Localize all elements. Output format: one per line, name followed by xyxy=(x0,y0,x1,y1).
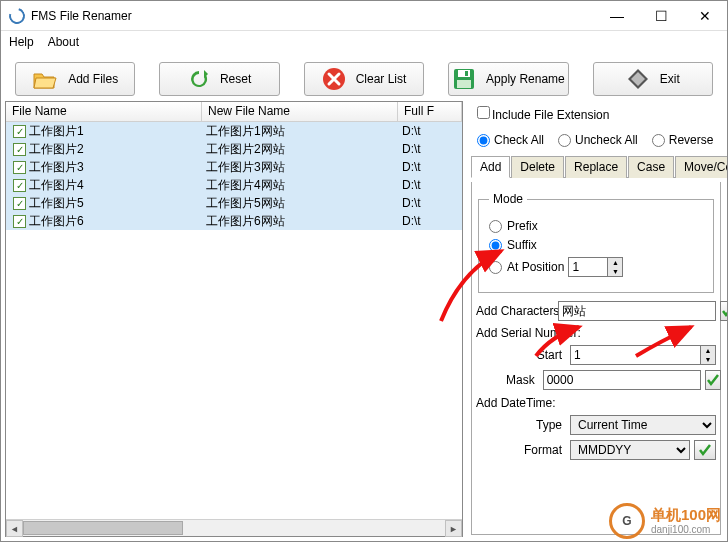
table-row[interactable]: 工作图片5工作图片5网站D:\t xyxy=(6,194,462,212)
folder-open-icon xyxy=(32,68,58,90)
exit-label: Exit xyxy=(660,72,680,86)
svg-rect-2 xyxy=(458,70,470,77)
spin-up[interactable]: ▲ xyxy=(608,258,622,267)
svg-rect-4 xyxy=(457,80,471,88)
cell-old: 工作图片4 xyxy=(29,178,84,192)
include-extension-label: Include File Extension xyxy=(492,108,609,122)
spin-down[interactable]: ▼ xyxy=(608,267,622,276)
scroll-thumb[interactable] xyxy=(23,521,183,535)
header-filename[interactable]: File Name xyxy=(6,102,202,121)
minimize-button[interactable]: — xyxy=(595,1,639,30)
tab-add[interactable]: Add xyxy=(471,156,510,178)
maximize-button[interactable]: ☐ xyxy=(639,1,683,30)
add-chars-label: Add Characters: xyxy=(476,304,554,318)
table-row[interactable]: 工作图片1工作图片1网站D:\t xyxy=(6,122,462,140)
close-button[interactable]: ✕ xyxy=(683,1,727,30)
cell-path: D:\t xyxy=(398,214,462,228)
add-serial-label: Add Serial Number: xyxy=(476,326,581,340)
serial-apply-button[interactable] xyxy=(705,370,721,390)
menu-help[interactable]: Help xyxy=(9,35,34,49)
row-checkbox[interactable] xyxy=(13,179,26,192)
clear-list-button[interactable]: Clear List xyxy=(304,62,424,96)
mask-input[interactable] xyxy=(543,370,701,390)
tab-movecopy[interactable]: Move/Copy xyxy=(675,156,728,178)
add-files-button[interactable]: Add Files xyxy=(15,62,135,96)
list-header: File Name New File Name Full F xyxy=(6,102,462,122)
table-row[interactable]: 工作图片4工作图片4网站D:\t xyxy=(6,176,462,194)
format-label: Format xyxy=(506,443,566,457)
clear-list-label: Clear List xyxy=(356,72,407,86)
mode-legend: Mode xyxy=(489,192,527,206)
table-row[interactable]: 工作图片2工作图片2网站D:\t xyxy=(6,140,462,158)
horizontal-scrollbar[interactable]: ◄ ► xyxy=(6,519,462,536)
add-chars-input[interactable] xyxy=(558,301,716,321)
uncheck-all-radio[interactable]: Uncheck All xyxy=(558,133,638,147)
exit-button[interactable]: Exit xyxy=(593,62,713,96)
menu-about[interactable]: About xyxy=(48,35,79,49)
file-list: File Name New File Name Full F 工作图片1工作图片… xyxy=(5,101,463,537)
row-checkbox[interactable] xyxy=(13,125,26,138)
spin-down[interactable]: ▼ xyxy=(701,355,715,364)
cell-new: 工作图片6网站 xyxy=(202,213,398,230)
start-input[interactable] xyxy=(570,345,701,365)
row-checkbox[interactable] xyxy=(13,161,26,174)
format-select[interactable]: MMDDYY xyxy=(570,440,690,460)
cell-old: 工作图片3 xyxy=(29,160,84,174)
tab-case[interactable]: Case xyxy=(628,156,674,178)
cell-path: D:\t xyxy=(398,196,462,210)
cell-old: 工作图片2 xyxy=(29,142,84,156)
row-checkbox[interactable] xyxy=(13,215,26,228)
datetime-apply-button[interactable] xyxy=(694,440,716,460)
mask-label: Mask xyxy=(506,373,539,387)
reset-button[interactable]: Reset xyxy=(159,62,279,96)
scroll-left-arrow[interactable]: ◄ xyxy=(6,520,23,537)
toolbar: Add Files Reset Clear List Apply Rename … xyxy=(1,57,727,101)
watermark-brand: 单机100网 xyxy=(651,507,721,524)
type-select[interactable]: Current Time xyxy=(570,415,716,435)
tab-strip: Add Delete Replace Case Move/Copy xyxy=(471,155,721,178)
refresh-icon xyxy=(188,68,210,90)
add-chars-apply-button[interactable] xyxy=(720,301,728,321)
add-files-label: Add Files xyxy=(68,72,118,86)
svg-rect-3 xyxy=(465,71,468,76)
watermark-domain: danji100.com xyxy=(651,524,721,535)
row-checkbox[interactable] xyxy=(13,143,26,156)
save-icon xyxy=(452,67,476,91)
table-row[interactable]: 工作图片6工作图片6网站D:\t xyxy=(6,212,462,230)
cell-old: 工作图片1 xyxy=(29,124,84,138)
tab-add-body: Mode Prefix Suffix At Position ▲▼ Add Ch… xyxy=(471,182,721,535)
add-datetime-label: Add DateTime: xyxy=(476,396,556,410)
spin-up[interactable]: ▲ xyxy=(701,346,715,355)
delete-icon xyxy=(322,67,346,91)
row-checkbox[interactable] xyxy=(13,197,26,210)
exit-icon xyxy=(626,67,650,91)
table-row[interactable]: 工作图片3工作图片3网站D:\t xyxy=(6,158,462,176)
mode-prefix-radio[interactable]: Prefix xyxy=(489,219,538,233)
tab-delete[interactable]: Delete xyxy=(511,156,564,178)
type-label: Type xyxy=(506,418,566,432)
cell-old: 工作图片6 xyxy=(29,214,84,228)
cell-path: D:\t xyxy=(398,142,462,156)
header-fullpath[interactable]: Full F xyxy=(398,102,462,121)
mode-group: Mode Prefix Suffix At Position ▲▼ xyxy=(478,192,714,293)
apply-rename-button[interactable]: Apply Rename xyxy=(448,62,568,96)
mode-atposition-radio[interactable]: At Position xyxy=(489,260,564,274)
check-all-radio[interactable]: Check All xyxy=(477,133,544,147)
reverse-radio[interactable]: Reverse xyxy=(652,133,714,147)
tab-replace[interactable]: Replace xyxy=(565,156,627,178)
app-icon xyxy=(6,5,28,27)
start-label: Start xyxy=(506,348,566,362)
watermark: G 单机100网 danji100.com xyxy=(609,503,721,539)
mode-suffix-radio[interactable]: Suffix xyxy=(489,238,537,252)
cell-old: 工作图片5 xyxy=(29,196,84,210)
cell-new: 工作图片3网站 xyxy=(202,159,398,176)
cell-new: 工作图片5网站 xyxy=(202,195,398,212)
cell-new: 工作图片4网站 xyxy=(202,177,398,194)
include-extension-checkbox[interactable]: Include File Extension xyxy=(477,106,609,122)
header-newfilename[interactable]: New File Name xyxy=(202,102,398,121)
apply-rename-label: Apply Rename xyxy=(486,72,565,86)
at-position-input[interactable] xyxy=(568,257,608,277)
scroll-right-arrow[interactable]: ► xyxy=(445,520,462,537)
cell-new: 工作图片1网站 xyxy=(202,123,398,140)
cell-path: D:\t xyxy=(398,160,462,174)
